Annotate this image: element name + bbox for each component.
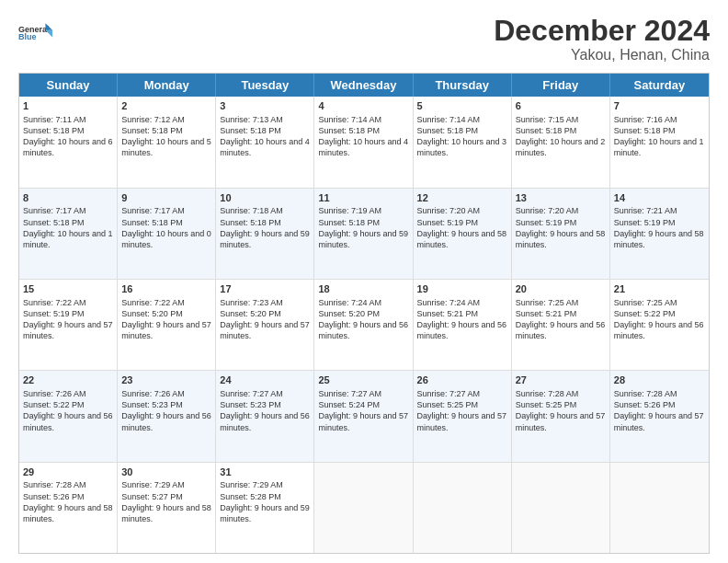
day-number: 23 [121, 373, 211, 387]
sun-info: Sunrise: 7:28 AMSunset: 5:25 PMDaylight:… [516, 388, 606, 433]
sun-info: Sunrise: 7:26 AMSunset: 5:23 PMDaylight:… [121, 388, 211, 433]
calendar-cell: 29Sunrise: 7:28 AMSunset: 5:26 PMDayligh… [19, 463, 118, 553]
day-number: 26 [417, 373, 507, 387]
sun-info: Sunrise: 7:19 AMSunset: 5:18 PMDaylight:… [318, 205, 408, 250]
day-number: 21 [614, 282, 705, 296]
sun-info: Sunrise: 7:28 AMSunset: 5:26 PMDaylight:… [614, 388, 705, 433]
calendar-cell: 26Sunrise: 7:27 AMSunset: 5:25 PMDayligh… [414, 371, 512, 461]
sun-info: Sunrise: 7:14 AMSunset: 5:18 PMDaylight:… [417, 114, 507, 159]
sun-info: Sunrise: 7:29 AMSunset: 5:28 PMDaylight:… [220, 479, 310, 524]
day-number: 12 [417, 191, 507, 205]
calendar-row: 29Sunrise: 7:28 AMSunset: 5:26 PMDayligh… [19, 462, 709, 553]
sun-info: Sunrise: 7:25 AMSunset: 5:22 PMDaylight:… [614, 297, 705, 342]
sun-info: Sunrise: 7:27 AMSunset: 5:23 PMDaylight:… [220, 388, 310, 433]
calendar-body: 1Sunrise: 7:11 AMSunset: 5:18 PMDaylight… [19, 97, 709, 553]
sun-info: Sunrise: 7:24 AMSunset: 5:21 PMDaylight:… [417, 297, 507, 342]
day-number: 15 [23, 282, 113, 296]
sun-info: Sunrise: 7:11 AMSunset: 5:18 PMDaylight:… [23, 114, 113, 159]
calendar-cell [314, 463, 413, 553]
sun-info: Sunrise: 7:20 AMSunset: 5:19 PMDaylight:… [417, 205, 507, 250]
calendar-row: 8Sunrise: 7:17 AMSunset: 5:18 PMDaylight… [19, 188, 709, 279]
day-number: 28 [614, 373, 705, 387]
calendar-row: 22Sunrise: 7:26 AMSunset: 5:22 PMDayligh… [19, 370, 709, 461]
day-of-week-thursday: Thursday [414, 74, 512, 97]
calendar-cell: 24Sunrise: 7:27 AMSunset: 5:23 PMDayligh… [216, 371, 314, 461]
sun-info: Sunrise: 7:25 AMSunset: 5:21 PMDaylight:… [516, 297, 606, 342]
page: General Blue December 2024 Yakou, Henan,… [0, 0, 728, 563]
calendar: SundayMondayTuesdayWednesdayThursdayFrid… [18, 73, 710, 554]
calendar-cell: 2Sunrise: 7:12 AMSunset: 5:18 PMDaylight… [118, 97, 216, 187]
day-number: 13 [516, 191, 606, 205]
calendar-cell: 22Sunrise: 7:26 AMSunset: 5:22 PMDayligh… [19, 371, 118, 461]
sun-info: Sunrise: 7:26 AMSunset: 5:22 PMDaylight:… [23, 388, 113, 433]
calendar-cell: 10Sunrise: 7:18 AMSunset: 5:18 PMDayligh… [216, 189, 314, 279]
day-of-week-saturday: Saturday [610, 74, 709, 97]
sun-info: Sunrise: 7:14 AMSunset: 5:18 PMDaylight:… [318, 114, 408, 159]
calendar-cell: 5Sunrise: 7:14 AMSunset: 5:18 PMDaylight… [414, 97, 512, 187]
day-number: 22 [23, 373, 113, 387]
calendar-cell: 20Sunrise: 7:25 AMSunset: 5:21 PMDayligh… [512, 280, 610, 370]
calendar-cell: 12Sunrise: 7:20 AMSunset: 5:19 PMDayligh… [414, 189, 512, 279]
day-of-week-friday: Friday [512, 74, 610, 97]
calendar-cell [610, 463, 709, 553]
calendar-cell: 19Sunrise: 7:24 AMSunset: 5:21 PMDayligh… [414, 280, 512, 370]
calendar-cell: 16Sunrise: 7:22 AMSunset: 5:20 PMDayligh… [118, 280, 216, 370]
day-number: 5 [417, 99, 507, 113]
calendar-cell: 13Sunrise: 7:20 AMSunset: 5:19 PMDayligh… [512, 189, 610, 279]
sun-info: Sunrise: 7:28 AMSunset: 5:26 PMDaylight:… [23, 479, 113, 524]
day-number: 7 [614, 99, 705, 113]
day-of-week-tuesday: Tuesday [216, 74, 314, 97]
header: General Blue December 2024 Yakou, Henan,… [18, 15, 710, 63]
day-number: 14 [614, 191, 705, 205]
day-number: 17 [220, 282, 310, 296]
day-number: 6 [516, 99, 606, 113]
day-number: 19 [417, 282, 507, 296]
sun-info: Sunrise: 7:21 AMSunset: 5:19 PMDaylight:… [614, 205, 705, 250]
calendar-cell: 7Sunrise: 7:16 AMSunset: 5:18 PMDaylight… [610, 97, 709, 187]
day-number: 2 [121, 99, 211, 113]
calendar-cell: 8Sunrise: 7:17 AMSunset: 5:18 PMDaylight… [19, 189, 118, 279]
calendar-cell: 6Sunrise: 7:15 AMSunset: 5:18 PMDaylight… [512, 97, 610, 187]
calendar-cell: 30Sunrise: 7:29 AMSunset: 5:27 PMDayligh… [118, 463, 216, 553]
sun-info: Sunrise: 7:15 AMSunset: 5:18 PMDaylight:… [516, 114, 606, 159]
page-title: December 2024 [494, 15, 710, 47]
sun-info: Sunrise: 7:22 AMSunset: 5:20 PMDaylight:… [121, 297, 211, 342]
sun-info: Sunrise: 7:27 AMSunset: 5:25 PMDaylight:… [417, 388, 507, 433]
day-number: 1 [23, 99, 113, 113]
calendar-cell: 28Sunrise: 7:28 AMSunset: 5:26 PMDayligh… [610, 371, 709, 461]
sun-info: Sunrise: 7:22 AMSunset: 5:19 PMDaylight:… [23, 297, 113, 342]
sun-info: Sunrise: 7:29 AMSunset: 5:27 PMDaylight:… [121, 479, 211, 524]
calendar-cell: 31Sunrise: 7:29 AMSunset: 5:28 PMDayligh… [216, 463, 314, 553]
day-number: 3 [220, 99, 310, 113]
day-number: 8 [23, 191, 113, 205]
sun-info: Sunrise: 7:16 AMSunset: 5:18 PMDaylight:… [614, 114, 705, 159]
day-of-week-wednesday: Wednesday [314, 74, 413, 97]
logo-image: General Blue [18, 15, 53, 50]
calendar-cell: 14Sunrise: 7:21 AMSunset: 5:19 PMDayligh… [610, 189, 709, 279]
sun-info: Sunrise: 7:23 AMSunset: 5:20 PMDaylight:… [220, 297, 310, 342]
title-block: December 2024 Yakou, Henan, China [494, 15, 710, 63]
calendar-cell: 21Sunrise: 7:25 AMSunset: 5:22 PMDayligh… [610, 280, 709, 370]
calendar-cell: 9Sunrise: 7:17 AMSunset: 5:18 PMDaylight… [118, 189, 216, 279]
sun-info: Sunrise: 7:17 AMSunset: 5:18 PMDaylight:… [121, 205, 211, 250]
day-number: 16 [121, 282, 211, 296]
day-number: 25 [318, 373, 408, 387]
sun-info: Sunrise: 7:13 AMSunset: 5:18 PMDaylight:… [220, 114, 310, 159]
day-number: 27 [516, 373, 606, 387]
day-number: 30 [121, 465, 211, 479]
day-of-week-monday: Monday [118, 74, 216, 97]
page-subtitle: Yakou, Henan, China [494, 47, 710, 63]
day-of-week-sunday: Sunday [19, 74, 118, 97]
day-number: 29 [23, 465, 113, 479]
calendar-cell: 25Sunrise: 7:27 AMSunset: 5:24 PMDayligh… [314, 371, 413, 461]
day-number: 20 [516, 282, 606, 296]
calendar-row: 1Sunrise: 7:11 AMSunset: 5:18 PMDaylight… [19, 97, 709, 187]
calendar-cell [512, 463, 610, 553]
calendar-cell: 4Sunrise: 7:14 AMSunset: 5:18 PMDaylight… [314, 97, 413, 187]
sun-info: Sunrise: 7:17 AMSunset: 5:18 PMDaylight:… [23, 205, 113, 250]
day-number: 9 [121, 191, 211, 205]
calendar-cell: 27Sunrise: 7:28 AMSunset: 5:25 PMDayligh… [512, 371, 610, 461]
sun-info: Sunrise: 7:27 AMSunset: 5:24 PMDaylight:… [318, 388, 408, 433]
calendar-cell: 1Sunrise: 7:11 AMSunset: 5:18 PMDaylight… [19, 97, 118, 187]
sun-info: Sunrise: 7:24 AMSunset: 5:20 PMDaylight:… [318, 297, 408, 342]
